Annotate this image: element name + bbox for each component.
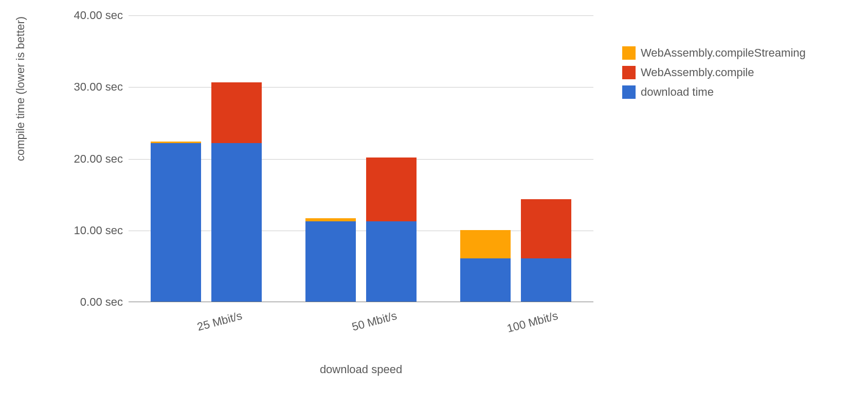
- legend-item-download: download time: [622, 85, 806, 99]
- segment-compile: [211, 82, 262, 143]
- plot-container: download speed 0.00 sec10.00 sec20.00 se…: [129, 10, 593, 319]
- segment-stream: [460, 230, 511, 259]
- bar: [460, 230, 511, 302]
- segment-download: [211, 143, 262, 302]
- legend: WebAssembly.compileStreaming WebAssembly…: [622, 46, 806, 99]
- segment-download: [460, 258, 511, 302]
- legend-item-streaming: WebAssembly.compileStreaming: [622, 46, 806, 60]
- y-tick-label: 40.00 sec: [74, 9, 123, 22]
- y-tick-label: 10.00 sec: [74, 224, 123, 237]
- legend-label: WebAssembly.compile: [641, 66, 754, 79]
- bar: [211, 82, 262, 302]
- segment-compile: [366, 157, 417, 221]
- segment-compile: [521, 199, 571, 259]
- legend-item-compile: WebAssembly.compile: [622, 66, 806, 79]
- bar: [151, 142, 201, 302]
- y-tick-label: 0.00 sec: [80, 295, 123, 309]
- segment-download: [305, 221, 356, 302]
- segment-download: [521, 258, 571, 302]
- bar-group: [305, 157, 417, 302]
- bar: [305, 218, 356, 302]
- plot-area: [129, 15, 593, 302]
- bar-group: [151, 82, 262, 302]
- y-axis-title: compile time (lower is better): [14, 16, 27, 161]
- bar: [366, 157, 417, 302]
- legend-swatch-compile: [622, 66, 636, 79]
- chart-wrapper: compile time (lower is better) download …: [26, 10, 838, 412]
- x-tick-label: 50 Mbit/s: [351, 309, 399, 334]
- legend-swatch-streaming: [622, 46, 636, 60]
- segment-download: [151, 143, 201, 302]
- gridline: [129, 15, 593, 16]
- x-tick-label: 25 Mbit/s: [195, 309, 243, 334]
- x-tick-label: 100 Mbit/s: [505, 309, 559, 335]
- legend-swatch-download: [622, 85, 636, 99]
- y-tick-label: 30.00 sec: [74, 80, 123, 94]
- x-axis-title: download speed: [129, 363, 593, 376]
- y-tick-label: 20.00 sec: [74, 152, 123, 166]
- bar-group: [460, 199, 571, 302]
- segment-download: [366, 221, 417, 302]
- bar: [521, 199, 571, 302]
- legend-label: download time: [641, 85, 714, 99]
- legend-label: WebAssembly.compileStreaming: [641, 46, 806, 60]
